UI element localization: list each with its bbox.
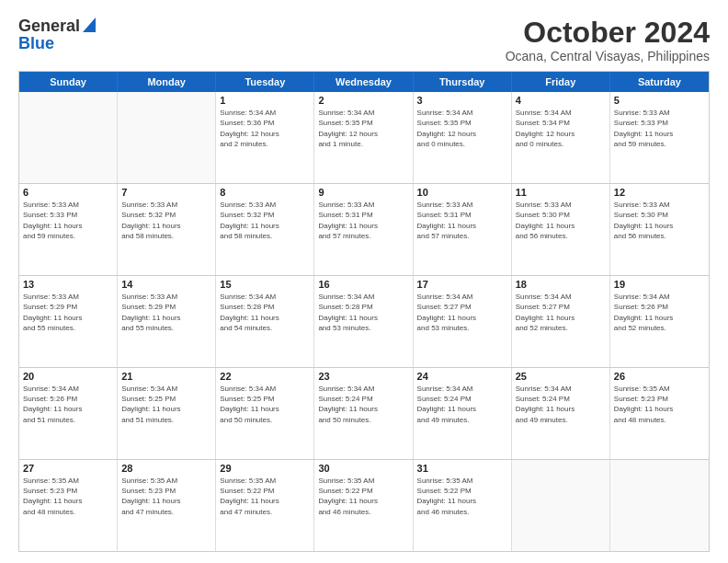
calendar-cell: 1Sunrise: 5:34 AM Sunset: 5:36 PM Daylig… (216, 92, 314, 183)
day-number: 3 (417, 95, 507, 106)
day-info: Sunrise: 5:33 AM Sunset: 5:29 PM Dayligh… (121, 292, 211, 333)
day-number: 18 (516, 279, 606, 290)
day-info: Sunrise: 5:33 AM Sunset: 5:32 PM Dayligh… (121, 200, 211, 241)
day-info: Sunrise: 5:33 AM Sunset: 5:32 PM Dayligh… (220, 200, 310, 241)
day-number: 17 (417, 279, 507, 290)
day-number: 29 (220, 463, 310, 474)
day-number: 5 (614, 95, 705, 106)
calendar-cell: 16Sunrise: 5:34 AM Sunset: 5:28 PM Dayli… (314, 276, 413, 367)
header-thursday: Thursday (414, 72, 512, 92)
day-number: 10 (417, 187, 507, 198)
title-area: October 2024 Ocana, Central Visayas, Phi… (506, 17, 710, 63)
day-number: 21 (121, 371, 211, 382)
day-info: Sunrise: 5:33 AM Sunset: 5:33 PM Dayligh… (614, 108, 705, 149)
header-monday: Monday (118, 72, 216, 92)
day-info: Sunrise: 5:34 AM Sunset: 5:36 PM Dayligh… (220, 108, 310, 149)
calendar-cell: 19Sunrise: 5:34 AM Sunset: 5:26 PM Dayli… (610, 276, 709, 367)
calendar-cell: 9Sunrise: 5:33 AM Sunset: 5:31 PM Daylig… (314, 184, 413, 275)
calendar-cell: 26Sunrise: 5:35 AM Sunset: 5:23 PM Dayli… (610, 368, 709, 459)
calendar-cell: 15Sunrise: 5:34 AM Sunset: 5:28 PM Dayli… (216, 276, 314, 367)
day-number: 23 (318, 371, 408, 382)
day-info: Sunrise: 5:34 AM Sunset: 5:27 PM Dayligh… (417, 292, 507, 333)
day-number: 12 (614, 187, 705, 198)
calendar-cell (118, 92, 216, 183)
calendar-week-5: 27Sunrise: 5:35 AM Sunset: 5:23 PM Dayli… (19, 460, 709, 551)
day-number: 9 (318, 187, 408, 198)
day-info: Sunrise: 5:34 AM Sunset: 5:35 PM Dayligh… (318, 108, 408, 149)
calendar-body: 1Sunrise: 5:34 AM Sunset: 5:36 PM Daylig… (19, 92, 709, 551)
calendar-cell: 10Sunrise: 5:33 AM Sunset: 5:31 PM Dayli… (414, 184, 512, 275)
day-number: 15 (220, 279, 310, 290)
calendar-cell: 18Sunrise: 5:34 AM Sunset: 5:27 PM Dayli… (512, 276, 610, 367)
calendar: Sunday Monday Tuesday Wednesday Thursday… (18, 71, 710, 552)
calendar-cell: 5Sunrise: 5:33 AM Sunset: 5:33 PM Daylig… (610, 92, 709, 183)
calendar-cell: 12Sunrise: 5:33 AM Sunset: 5:30 PM Dayli… (610, 184, 709, 275)
day-info: Sunrise: 5:33 AM Sunset: 5:33 PM Dayligh… (23, 200, 113, 241)
day-info: Sunrise: 5:35 AM Sunset: 5:22 PM Dayligh… (417, 476, 507, 517)
day-info: Sunrise: 5:34 AM Sunset: 5:35 PM Dayligh… (417, 108, 507, 149)
header: General Blue October 2024 Ocana, Central… (18, 17, 710, 63)
day-info: Sunrise: 5:34 AM Sunset: 5:24 PM Dayligh… (516, 384, 606, 425)
day-number: 27 (23, 463, 113, 474)
calendar-cell: 29Sunrise: 5:35 AM Sunset: 5:22 PM Dayli… (216, 460, 314, 551)
calendar-week-4: 20Sunrise: 5:34 AM Sunset: 5:26 PM Dayli… (19, 368, 709, 460)
day-info: Sunrise: 5:33 AM Sunset: 5:30 PM Dayligh… (516, 200, 606, 241)
day-number: 16 (318, 279, 408, 290)
day-info: Sunrise: 5:35 AM Sunset: 5:22 PM Dayligh… (318, 476, 408, 517)
day-info: Sunrise: 5:33 AM Sunset: 5:31 PM Dayligh… (318, 200, 408, 241)
day-number: 31 (417, 463, 507, 474)
svg-marker-0 (83, 17, 96, 32)
day-number: 1 (220, 95, 310, 106)
calendar-cell: 4Sunrise: 5:34 AM Sunset: 5:34 PM Daylig… (512, 92, 610, 183)
calendar-cell: 6Sunrise: 5:33 AM Sunset: 5:33 PM Daylig… (19, 184, 118, 275)
day-info: Sunrise: 5:34 AM Sunset: 5:26 PM Dayligh… (23, 384, 113, 425)
header-tuesday: Tuesday (216, 72, 314, 92)
day-number: 7 (121, 187, 211, 198)
calendar-week-2: 6Sunrise: 5:33 AM Sunset: 5:33 PM Daylig… (19, 184, 709, 276)
day-number: 24 (417, 371, 507, 382)
header-sunday: Sunday (19, 72, 118, 92)
day-info: Sunrise: 5:33 AM Sunset: 5:31 PM Dayligh… (417, 200, 507, 241)
logo-triangle-icon (83, 17, 96, 36)
calendar-cell: 8Sunrise: 5:33 AM Sunset: 5:32 PM Daylig… (216, 184, 314, 275)
day-info: Sunrise: 5:35 AM Sunset: 5:23 PM Dayligh… (614, 384, 705, 425)
header-wednesday: Wednesday (314, 72, 413, 92)
day-info: Sunrise: 5:34 AM Sunset: 5:28 PM Dayligh… (318, 292, 408, 333)
day-number: 8 (220, 187, 310, 198)
day-number: 4 (516, 95, 606, 106)
day-info: Sunrise: 5:35 AM Sunset: 5:23 PM Dayligh… (23, 476, 113, 517)
day-info: Sunrise: 5:35 AM Sunset: 5:23 PM Dayligh… (121, 476, 211, 517)
calendar-subtitle: Ocana, Central Visayas, Philippines (506, 49, 710, 63)
calendar-cell: 22Sunrise: 5:34 AM Sunset: 5:25 PM Dayli… (216, 368, 314, 459)
day-number: 26 (614, 371, 705, 382)
header-friday: Friday (512, 72, 610, 92)
day-info: Sunrise: 5:34 AM Sunset: 5:24 PM Dayligh… (417, 384, 507, 425)
day-number: 20 (23, 371, 113, 382)
calendar-cell: 2Sunrise: 5:34 AM Sunset: 5:35 PM Daylig… (314, 92, 413, 183)
day-number: 19 (614, 279, 705, 290)
day-info: Sunrise: 5:34 AM Sunset: 5:24 PM Dayligh… (318, 384, 408, 425)
day-number: 13 (23, 279, 113, 290)
page: General Blue October 2024 Ocana, Central… (0, 0, 728, 563)
day-number: 22 (220, 371, 310, 382)
day-info: Sunrise: 5:34 AM Sunset: 5:26 PM Dayligh… (614, 292, 705, 333)
calendar-cell (610, 460, 709, 551)
calendar-cell (512, 460, 610, 551)
day-number: 6 (23, 187, 113, 198)
calendar-week-3: 13Sunrise: 5:33 AM Sunset: 5:29 PM Dayli… (19, 276, 709, 368)
day-number: 14 (121, 279, 211, 290)
calendar-cell: 3Sunrise: 5:34 AM Sunset: 5:35 PM Daylig… (414, 92, 512, 183)
header-saturday: Saturday (610, 72, 709, 92)
calendar-cell: 14Sunrise: 5:33 AM Sunset: 5:29 PM Dayli… (118, 276, 216, 367)
day-number: 28 (121, 463, 211, 474)
calendar-cell: 24Sunrise: 5:34 AM Sunset: 5:24 PM Dayli… (414, 368, 512, 459)
day-number: 25 (516, 371, 606, 382)
day-info: Sunrise: 5:34 AM Sunset: 5:25 PM Dayligh… (220, 384, 310, 425)
calendar-cell: 28Sunrise: 5:35 AM Sunset: 5:23 PM Dayli… (118, 460, 216, 551)
calendar-header: Sunday Monday Tuesday Wednesday Thursday… (19, 72, 709, 92)
day-info: Sunrise: 5:34 AM Sunset: 5:27 PM Dayligh… (516, 292, 606, 333)
day-info: Sunrise: 5:33 AM Sunset: 5:29 PM Dayligh… (23, 292, 113, 333)
calendar-cell (19, 92, 118, 183)
day-info: Sunrise: 5:33 AM Sunset: 5:30 PM Dayligh… (614, 200, 705, 241)
calendar-cell: 17Sunrise: 5:34 AM Sunset: 5:27 PM Dayli… (414, 276, 512, 367)
